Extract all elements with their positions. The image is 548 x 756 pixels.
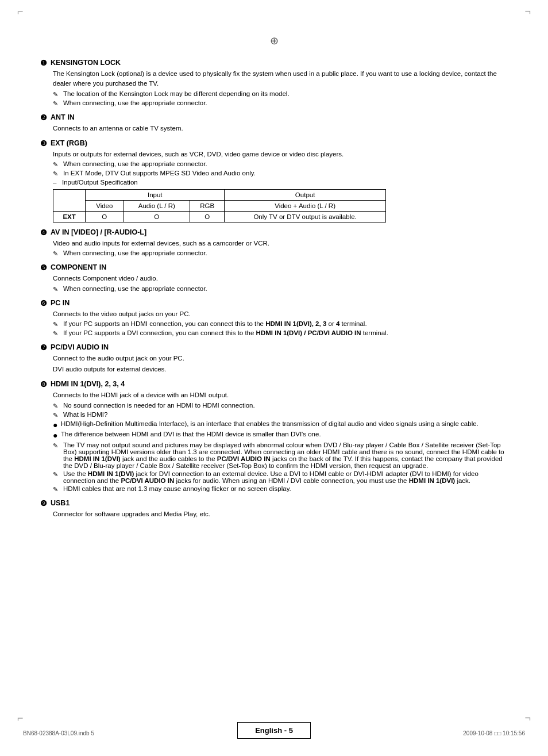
hdmi-note-text-1: No sound connection is needed for an HDM… — [63, 402, 255, 409]
hdmi-note-2: ✎ What is HDMI? — [53, 411, 508, 419]
pc-note-bold-2: 4 — [336, 320, 339, 327]
hdmi-note2-2: ✎ Use the HDMI IN 1(DVI) jack for DVI co… — [53, 470, 508, 484]
hdmi-bullet-text-2: The difference between HDMI and DVI is t… — [61, 431, 321, 438]
hdmi-bullet-2: ● The difference between HDMI and DVI is… — [53, 431, 508, 440]
av-note-text-1: When connecting, use the appropriate con… — [63, 250, 207, 256]
footer-meta-left: BN68-02388A-03L09.indb 5 — [23, 730, 94, 736]
ext-note-1: ✎ When connecting, use the appropriate c… — [53, 160, 508, 168]
table-cell-rgb: O — [190, 212, 225, 222]
kensington-note-text-2: When connecting, use the appropriate con… — [63, 99, 207, 106]
table-sub-video: Video — [86, 201, 124, 212]
footer-meta-right: 2009-10-08 □□ 10:15:56 — [463, 730, 525, 736]
note-icon-9: ✎ — [53, 402, 61, 410]
section-hdmi-in: ❽ HDMI IN 1(DVI), 2, 3, 4 Connects to th… — [40, 380, 508, 493]
section-body-4: Video and audio inputs for external devi… — [53, 239, 508, 258]
hdmi-note-1: ✎ No sound connection is needed for an H… — [53, 402, 508, 410]
table-header-row-1: Input Output — [53, 190, 386, 201]
section-usb1: ❾ USB1 Connector for software upgrades a… — [40, 499, 508, 519]
table-sub-output: Video + Audio (L / R) — [225, 201, 386, 212]
ext-table-wrap: Input Output Video Audio (L / R) RGB Vid… — [53, 189, 508, 222]
section-body-2: Connects to an antenna or cable TV syste… — [53, 124, 508, 133]
pc-note-1: ✎ If your PC supports an HDMI connection… — [53, 320, 508, 328]
hdmi-bold-2: PC/DVI AUDIO IN — [217, 455, 271, 462]
section-num-6: ❻ — [40, 299, 47, 308]
table-sub-rgb: RGB — [190, 201, 225, 212]
bullet-icon-2: ● — [53, 431, 59, 440]
table-cell-audio: O — [124, 212, 190, 222]
section-title-ant: ❷ ANT IN — [40, 113, 508, 122]
section-body-1: The Kensington Lock (optional) is a devi… — [53, 69, 508, 108]
hdmi-note2-text-1: The TV may not output sound and pictures… — [63, 442, 508, 469]
dash-symbol: – — [53, 179, 59, 186]
ext-body: Inputs or outputs for external devices, … — [53, 149, 508, 159]
section-body-3: Inputs or outputs for external devices, … — [53, 149, 508, 222]
hdmi-bullet-1: ● HDMI(High-Definition Multimedia Interf… — [53, 420, 508, 430]
pc-body: Connects to the video output jacks on yo… — [53, 309, 508, 319]
section-num-5: ❺ — [40, 263, 47, 272]
section-ant-in: ❷ ANT IN Connects to an antenna or cable… — [40, 113, 508, 133]
section-body-6: Connects to the video output jacks on yo… — [53, 309, 508, 337]
section-heading-9: USB1 — [51, 499, 70, 507]
note-icon-1: ✎ — [53, 91, 61, 98]
note-icon-5: ✎ — [53, 250, 61, 258]
hdmi-note2-text-3: HDMI cables that are not 1.3 may cause a… — [63, 485, 291, 492]
section-av-in: ❹ AV IN [VIDEO] / [R-AUDIO-L] Video and … — [40, 228, 508, 258]
note-icon-6: ✎ — [53, 286, 61, 293]
section-num-7: ❼ — [40, 343, 47, 352]
section-title-hdmi: ❽ HDMI IN 1(DVI), 2, 3, 4 — [40, 380, 508, 389]
bullet-icon-1: ● — [53, 420, 59, 430]
note-icon-13: ✎ — [53, 486, 61, 493]
usb-body: Connector for software upgrades and Medi… — [53, 509, 508, 519]
note-icon-12: ✎ — [53, 471, 61, 478]
pc-note-2: ✎ If your PC supports a DVI connection, … — [53, 329, 508, 337]
hdmi-note2-text-2: Use the HDMI IN 1(DVI) jack for DVI conn… — [63, 470, 508, 484]
section-heading-6: PC IN — [51, 299, 70, 307]
component-note-text-1: When connecting, use the appropriate con… — [63, 285, 207, 292]
section-pc-in: ❻ PC IN Connects to the video output jac… — [40, 299, 508, 337]
note-icon-10: ✎ — [53, 412, 61, 419]
section-heading-8: HDMI IN 1(DVI), 2, 3, 4 — [51, 380, 125, 388]
av-note-1: ✎ When connecting, use the appropriate c… — [53, 250, 508, 258]
pcdvi-body1: Connect to the audio output jack on your… — [53, 354, 508, 363]
section-component-in: ❺ COMPONENT IN Connects Component video … — [40, 263, 508, 293]
note-icon-4: ✎ — [53, 170, 61, 178]
section-ext-rgb: ❸ EXT (RGB) Inputs or outputs for extern… — [40, 139, 508, 222]
pc-note-bold-1: HDMI IN 1(DVI), 2, 3 — [265, 320, 326, 327]
table-cell-video: O — [86, 212, 124, 222]
note-icon-7: ✎ — [53, 321, 61, 328]
table-header-connector — [53, 190, 86, 212]
section-kensington-lock: ❶ KENSINGTON LOCK The Kensington Lock (o… — [40, 59, 508, 108]
component-body: Connects Component video / audio. — [53, 274, 508, 283]
table-sub-audio: Audio (L / R) — [124, 201, 190, 212]
hdmi-note-text-2: What is HDMI? — [63, 411, 107, 418]
section-heading-4: AV IN [VIDEO] / [R-AUDIO-L] — [51, 228, 146, 236]
section-heading-7: PC/DVI AUDIO IN — [51, 343, 109, 351]
kensington-note-1: ✎ The location of the Kensington Lock ma… — [53, 90, 508, 98]
av-body: Video and audio inputs for external devi… — [53, 239, 508, 248]
hdmi-bold-4: PC/DVI AUDIO IN — [121, 477, 174, 484]
note-icon-2: ✎ — [53, 100, 61, 108]
hdmi-note2-3: ✎ HDMI cables that are not 1.3 may cause… — [53, 485, 508, 493]
section-heading-2: ANT IN — [51, 113, 75, 121]
ext-note-text-2: In EXT Mode, DTV Out supports MPEG SD Vi… — [63, 170, 256, 176]
table-header-input: Input — [86, 190, 225, 201]
hdmi-bold-1: HDMI IN 1(DVI) — [74, 455, 121, 462]
section-title-usb: ❾ USB1 — [40, 499, 508, 508]
pcdvi-body2: DVI audio outputs for external devices. — [53, 364, 508, 374]
footer-label: English - 5 — [237, 722, 311, 739]
section-title-av: ❹ AV IN [VIDEO] / [R-AUDIO-L] — [40, 228, 508, 237]
section-num-2: ❷ — [40, 113, 47, 122]
section-title-kensington: ❶ KENSINGTON LOCK — [40, 59, 508, 67]
ext-note-2: ✎ In EXT Mode, DTV Out supports MPEG SD … — [53, 170, 508, 178]
section-num-4: ❹ — [40, 228, 47, 237]
hdmi-note2-1: ✎ The TV may not output sound and pictur… — [53, 442, 508, 469]
pc-note-bold-3: HDMI IN 1(DVI) / PC/DVI AUDIO IN — [256, 329, 361, 336]
section-title-ext: ❸ EXT (RGB) — [40, 139, 508, 148]
note-icon-3: ✎ — [53, 161, 61, 168]
section-pcdvi-audio: ❼ PC/DVI AUDIO IN Connect to the audio o… — [40, 343, 508, 375]
kensington-body: The Kensington Lock (optional) is a devi… — [53, 69, 508, 89]
section-title-pcdvi: ❼ PC/DVI AUDIO IN — [40, 343, 508, 352]
hdmi-bold-5: HDMI IN 1(DVI) — [409, 477, 456, 484]
corner-mark-tl: ⌐ — [17, 6, 24, 18]
section-heading-1: KENSINGTON LOCK — [51, 59, 121, 67]
